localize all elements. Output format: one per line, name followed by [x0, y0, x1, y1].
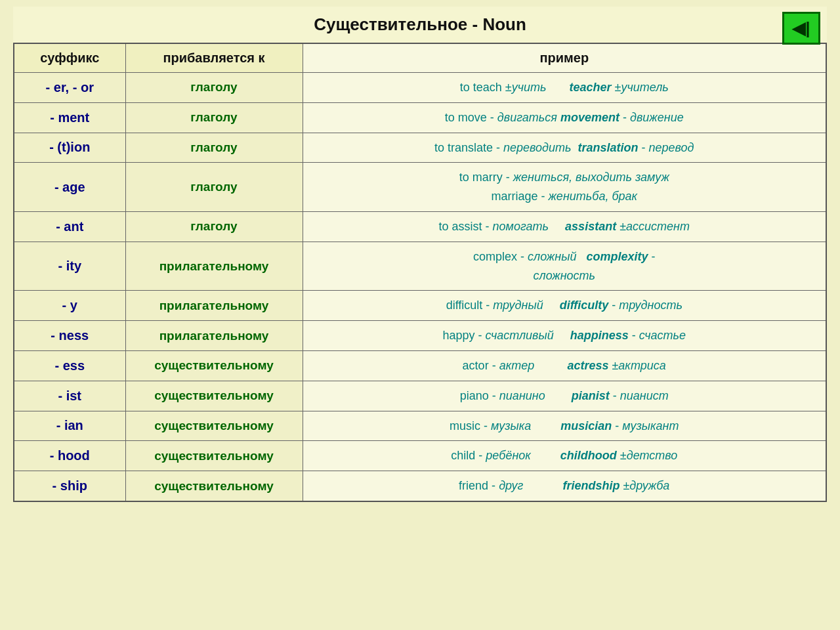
cell-example-2: to translate - переводить translation - … [303, 133, 826, 163]
cell-suffix-5: - ity [14, 242, 125, 291]
cell-suffix-6: - y [14, 291, 125, 321]
header-added-to: прибавляется к [125, 43, 303, 73]
cell-example-1: to move - двигаться movement - движение [303, 102, 826, 133]
cell-suffix-11: - hood [14, 441, 125, 471]
cell-suffix-12: - ship [14, 471, 125, 501]
table-row: - nessприлагательномуhappy - счастливый … [14, 321, 826, 351]
cell-example-8: actor - актер actress ±актриса [303, 350, 826, 381]
table-body: - er, - orглаголуto teach ±учить teacher… [14, 73, 826, 501]
cell-added-to-3: глаголу [125, 163, 303, 212]
table-row: - shipсуществительномуfriend - друг frie… [14, 471, 826, 501]
cell-suffix-3: - age [14, 163, 125, 212]
cell-suffix-1: - ment [14, 102, 125, 133]
cell-added-to-2: глаголу [125, 133, 303, 163]
table-row: - istсуществительномуpiano - пианино pia… [14, 381, 826, 411]
cell-example-12: friend - друг friendship ±дружба [303, 471, 826, 501]
cell-example-5: complex - сложный complexity -сложность [303, 242, 826, 291]
cell-example-7: happy - счастливый happiness - счастье [303, 321, 826, 351]
cell-suffix-7: - ness [14, 321, 125, 351]
header-row: Существительное - Noun ◀| [13, 7, 827, 43]
cell-added-to-5: прилагательному [125, 242, 303, 291]
cell-suffix-10: - ian [14, 411, 125, 441]
table-row: - ianсуществительномуmusic - музыка musi… [14, 411, 826, 441]
cell-suffix-8: - ess [14, 350, 125, 381]
cell-example-0: to teach ±учить teacher ±учитель [303, 73, 826, 103]
cell-added-to-9: существительному [125, 381, 303, 411]
page-title: Существительное - Noun [314, 14, 526, 35]
table-row: - er, - orглаголуto teach ±учить teacher… [14, 73, 826, 103]
cell-added-to-1: глаголу [125, 102, 303, 133]
table-header-row: суффикс прибавляется к пример [14, 43, 826, 73]
cell-suffix-9: - ist [14, 381, 125, 411]
cell-suffix-2: - (t)ion [14, 133, 125, 163]
cell-example-11: child - ребёнок childhood ±детство [303, 441, 826, 471]
table-row: - antглаголуto assist - помогать assista… [14, 211, 826, 242]
cell-added-to-6: прилагательному [125, 291, 303, 321]
table-row: - mentглаголуto move - двигаться movemen… [14, 102, 826, 133]
cell-added-to-0: глаголу [125, 73, 303, 103]
cell-example-10: music - музыка musician - музыкант [303, 411, 826, 441]
page-wrapper: Существительное - Noun ◀| суффикс прибав… [13, 7, 827, 502]
cell-added-to-7: прилагательному [125, 321, 303, 351]
table-row: - ageглаголуto marry - жениться, выходит… [14, 163, 826, 212]
cell-added-to-12: существительному [125, 471, 303, 501]
table-row: - essсуществительномуactor - актер actre… [14, 350, 826, 381]
cell-example-3: to marry - жениться, выходить замужmarri… [303, 163, 826, 212]
table-row: - hoodсуществительномуchild - ребёнок ch… [14, 441, 826, 471]
cell-suffix-0: - er, - or [14, 73, 125, 103]
cell-suffix-4: - ant [14, 211, 125, 242]
cell-example-4: to assist - помогать assistant ±ассистен… [303, 211, 826, 242]
header-suffix: суффикс [14, 43, 125, 73]
table-row: - ityприлагательномуcomplex - сложный co… [14, 242, 826, 291]
cell-example-6: difficult - трудный difficulty - труднос… [303, 291, 826, 321]
table-row: - (t)ionглаголуto translate - переводить… [14, 133, 826, 163]
cell-example-9: piano - пианино pianist - пианист [303, 381, 826, 411]
cell-added-to-4: глаголу [125, 211, 303, 242]
cell-added-to-8: существительному [125, 350, 303, 381]
main-table: суффикс прибавляется к пример - er, - or… [13, 43, 827, 502]
nav-button[interactable]: ◀| [782, 12, 820, 45]
header-example: пример [303, 43, 826, 73]
table-row: - yприлагательномуdifficult - трудный di… [14, 291, 826, 321]
cell-added-to-10: существительному [125, 411, 303, 441]
cell-added-to-11: существительному [125, 441, 303, 471]
